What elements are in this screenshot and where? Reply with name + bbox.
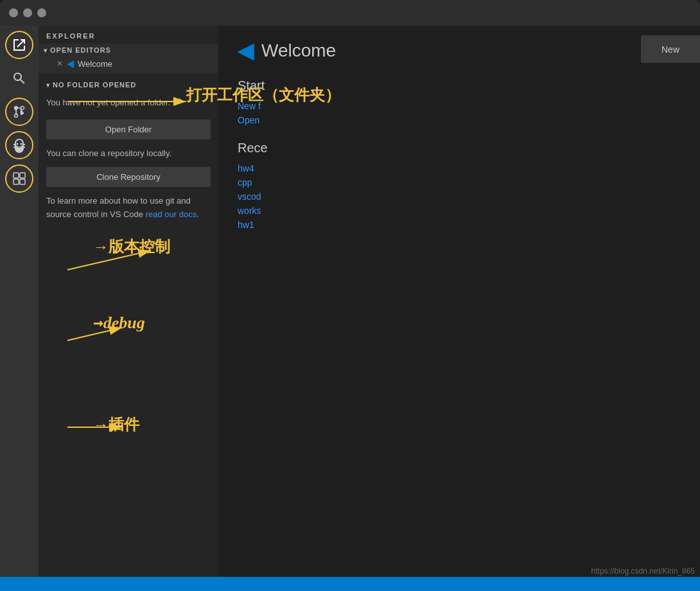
vscode-logo-icon: ◀ <box>238 39 254 63</box>
source-control-icon <box>12 104 27 119</box>
activity-bar <box>0 26 39 591</box>
no-folder-message: You have not yet opened a folder. <box>46 96 211 109</box>
learn-more-text: To learn more about how to use git and s… <box>46 195 211 222</box>
clone-repository-button[interactable]: Clone Repository <box>46 167 211 187</box>
open-folder-button[interactable]: Open Folder <box>46 119 211 139</box>
learn-more-period: . <box>197 209 199 219</box>
recent-section: Rece hw4 cpp vscod works hw1 <box>238 141 681 230</box>
sidebar-title: EXPLORER <box>39 26 218 44</box>
extensions-icon <box>12 171 27 186</box>
open-link[interactable]: Open <box>238 115 681 125</box>
explorer-icon <box>12 37 27 53</box>
editor-item-welcome[interactable]: ✕ ◀ Welcome <box>39 57 218 71</box>
read-docs-link[interactable]: read our docs <box>146 209 197 219</box>
open-editors-section: ▾ OPEN EDITORS ✕ ◀ Welcome <box>39 44 218 73</box>
no-folder-label: NO FOLDER OPENED <box>53 81 136 89</box>
chevron-icon: ▾ <box>44 47 48 54</box>
recent-cpp[interactable]: cpp <box>238 177 681 188</box>
status-url: https://blog.csdn.net/Kirin_865 <box>591 567 695 576</box>
recent-vscode[interactable]: vscod <box>238 191 681 202</box>
sidebar-item-explorer[interactable] <box>5 31 33 59</box>
traffic-light-close[interactable] <box>9 8 18 17</box>
svg-point-7 <box>21 143 22 145</box>
traffic-light-minimize[interactable] <box>23 8 32 17</box>
welcome-header: ◀ Welcome <box>238 39 681 63</box>
start-label: Start <box>238 78 681 93</box>
close-icon[interactable]: ✕ <box>57 59 63 68</box>
svg-point-1 <box>15 114 18 118</box>
welcome-title: Welcome <box>261 40 336 61</box>
clone-message: You can clone a repository locally. <box>46 147 211 160</box>
main-layout: EXPLORER ▾ OPEN EDITORS ✕ ◀ Welcome ▾ NO… <box>0 26 700 591</box>
svg-point-6 <box>17 143 19 145</box>
editor-item-label: Welcome <box>78 59 112 69</box>
no-folder-header[interactable]: ▾ NO FOLDER OPENED <box>46 78 211 91</box>
welcome-panel: ◀ Welcome Start New f Open Rece hw4 cpp … <box>218 26 700 591</box>
new-file-link[interactable]: New f <box>238 101 681 111</box>
svg-rect-9 <box>20 173 25 178</box>
sidebar-item-source-control[interactable] <box>5 98 33 126</box>
sidebar-item-debug[interactable] <box>5 131 33 159</box>
traffic-light-maximize[interactable] <box>37 8 46 17</box>
vscode-icon: ◀ <box>67 58 74 69</box>
open-editors-header[interactable]: ▾ OPEN EDITORS <box>39 44 218 57</box>
new-button[interactable]: New <box>641 35 700 63</box>
new-button-label: New <box>661 44 679 55</box>
recent-works[interactable]: works <box>238 206 681 216</box>
recent-hw4[interactable]: hw4 <box>238 163 681 173</box>
sidebar-item-search[interactable] <box>5 64 33 93</box>
window-chrome <box>0 0 700 26</box>
svg-rect-8 <box>13 173 19 178</box>
svg-rect-11 <box>20 179 25 184</box>
debug-icon <box>12 137 27 153</box>
sidebar-item-extensions[interactable] <box>5 164 33 193</box>
recent-hw1[interactable]: hw1 <box>238 220 681 230</box>
chevron-icon-2: ▾ <box>46 82 50 89</box>
search-icon <box>12 71 27 86</box>
recent-label: Rece <box>238 141 681 155</box>
start-section: Start New f Open <box>238 78 681 125</box>
sidebar: EXPLORER ▾ OPEN EDITORS ✕ ◀ Welcome ▾ NO… <box>39 26 218 591</box>
svg-rect-10 <box>13 179 19 184</box>
no-folder-section: ▾ NO FOLDER OPENED You have not yet open… <box>39 73 218 227</box>
status-bar <box>0 577 700 591</box>
open-editors-label: OPEN EDITORS <box>50 46 111 54</box>
